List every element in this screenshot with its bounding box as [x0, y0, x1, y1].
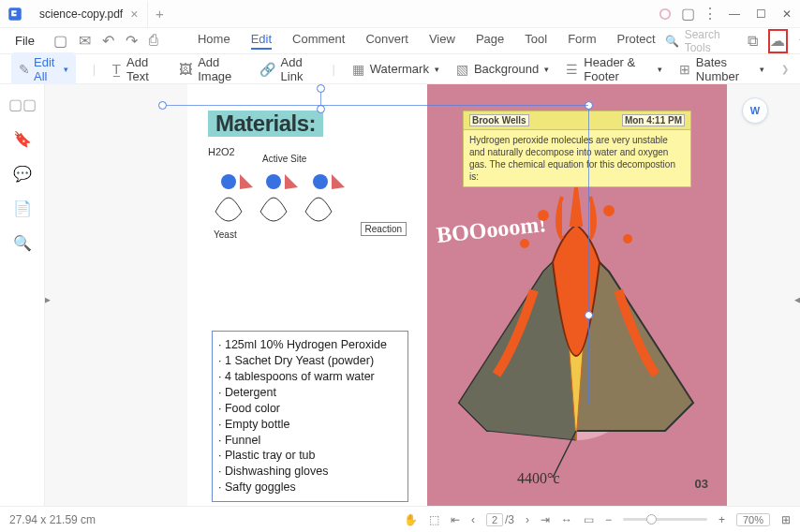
- hand-tool-icon[interactable]: ✋: [404, 513, 418, 526]
- search-placeholder: Search Tools: [685, 28, 733, 54]
- prev-page-icon[interactable]: ‹: [471, 513, 475, 526]
- expand-right-handle[interactable]: ◀: [794, 295, 800, 304]
- ribbon-tab-protect[interactable]: Protect: [616, 32, 655, 50]
- bookmarks-icon[interactable]: 🔖: [13, 130, 32, 148]
- selection-handle[interactable]: [158, 101, 167, 110]
- view-mode-icon[interactable]: ⊞: [781, 513, 791, 526]
- status-bar: 27.94 x 21.59 cm ✋ ⬚ ⇤ ‹ 2 /3 › ⇥ ↔ ▭ − …: [0, 506, 800, 532]
- image-icon: 🖼: [179, 62, 192, 77]
- list-item: Detergent: [218, 385, 402, 401]
- reaction-diagram: Reaction H2O2 Active Site Yeast: [208, 146, 420, 240]
- profile-icon[interactable]: [654, 3, 676, 25]
- zoom-out-icon[interactable]: −: [605, 513, 612, 526]
- svg-marker-3: [240, 174, 253, 189]
- add-text-button[interactable]: T̲Add Text: [112, 55, 162, 83]
- background-icon: ▧: [456, 62, 468, 77]
- ribbon-tab-comment[interactable]: Comment: [292, 32, 345, 50]
- document-canvas[interactable]: ▶ ◀ W Materials:: [45, 84, 800, 506]
- reaction-label: Reaction: [361, 222, 407, 236]
- ribbon-tab-edit[interactable]: Edit: [251, 32, 272, 50]
- search-icon: 🔍: [665, 35, 679, 48]
- search-tools[interactable]: 🔍 Search Tools: [659, 28, 739, 54]
- list-item: Safty goggles: [218, 480, 402, 495]
- ribbon-tab-tool[interactable]: Tool: [525, 32, 547, 50]
- title-bar: science-copy.pdf × + ▢ ⋮ — ☐ ✕: [0, 0, 800, 28]
- watermark-button[interactable]: ▦Watermark▾: [352, 62, 439, 77]
- zoom-thumb[interactable]: [646, 514, 657, 525]
- ribbon-tabs: HomeEditCommentConvertViewPageToolFormPr…: [198, 32, 656, 50]
- svg-point-6: [313, 174, 328, 189]
- materials-list[interactable]: 125ml 10% Hydrogen Peroxide1 Sachet Dry …: [212, 331, 408, 502]
- zoom-in-icon[interactable]: +: [719, 513, 725, 526]
- first-page-icon[interactable]: ⇤: [451, 513, 460, 526]
- selection-handle[interactable]: [317, 84, 325, 93]
- list-item: Dishwashing gloves: [218, 464, 402, 480]
- list-item: Food color: [218, 401, 402, 417]
- ribbon-tab-convert[interactable]: Convert: [365, 32, 408, 50]
- save-icon[interactable]: ▢: [53, 32, 67, 50]
- temperature-label: 4400°c: [517, 470, 560, 487]
- chevron-down-icon: ▾: [544, 65, 549, 74]
- add-image-button[interactable]: 🖼Add Image: [179, 55, 242, 83]
- search-panel-icon[interactable]: 🔍: [13, 234, 32, 252]
- list-item: Plastic tray or tub: [218, 448, 402, 464]
- cloud-upload-button[interactable]: ☁: [768, 29, 789, 53]
- attachments-icon[interactable]: 📄: [13, 200, 32, 217]
- undo-icon[interactable]: ↶: [102, 32, 114, 50]
- selection-handle[interactable]: [317, 105, 325, 113]
- word-export-badge[interactable]: W: [742, 97, 768, 124]
- selection-handle[interactable]: [585, 311, 593, 319]
- collapse-ribbon-icon[interactable]: ^: [793, 30, 800, 52]
- close-button[interactable]: ✕: [774, 1, 800, 27]
- svg-point-9: [540, 212, 547, 219]
- maximize-button[interactable]: ☐: [748, 1, 774, 27]
- active-site-label: Active Site: [262, 154, 306, 164]
- print-icon[interactable]: ⎙: [149, 32, 158, 50]
- thumbnails-icon[interactable]: ▢▢: [8, 96, 37, 113]
- header-footer-button[interactable]: ☰Header & Footer▾: [566, 55, 662, 83]
- zoom-value[interactable]: 70%: [736, 513, 770, 526]
- background-button[interactable]: ▧Background▾: [456, 62, 549, 77]
- mail-icon[interactable]: ✉: [79, 32, 91, 50]
- current-page-input[interactable]: 2: [486, 513, 503, 526]
- zoom-slider[interactable]: [623, 518, 707, 521]
- comment-note[interactable]: Brook Wells Mon 4:11 PM Hydrogen peroxid…: [463, 111, 691, 187]
- h2o2-label: H2O2: [208, 146, 235, 157]
- document-tab[interactable]: science-copy.pdf ×: [30, 1, 148, 27]
- header-footer-icon: ☰: [566, 62, 578, 77]
- list-item: Empty bottle: [218, 417, 402, 433]
- file-menu[interactable]: File: [7, 34, 42, 48]
- list-item: 125ml 10% Hydrogen Peroxide: [218, 337, 402, 353]
- close-tab-icon[interactable]: ×: [130, 7, 138, 22]
- add-tab-button[interactable]: +: [148, 6, 170, 22]
- expand-left-handle[interactable]: ▶: [45, 295, 51, 304]
- last-page-icon[interactable]: ⇥: [541, 513, 550, 526]
- notification-icon[interactable]: ▢: [676, 3, 699, 25]
- list-item: Funnel: [218, 433, 402, 449]
- edit-all-button[interactable]: ✎Edit All▾: [11, 52, 76, 86]
- volcano-illustration: [431, 187, 721, 487]
- select-tool-icon[interactable]: ⬚: [429, 513, 439, 526]
- ribbon-tab-view[interactable]: View: [429, 32, 455, 50]
- next-page-icon[interactable]: ›: [526, 513, 529, 526]
- scroll-right-icon[interactable]: ❯: [781, 64, 789, 74]
- open-external-icon[interactable]: ⧉: [744, 30, 762, 52]
- chevron-down-icon: ▾: [658, 65, 662, 74]
- more-icon[interactable]: ⋮: [699, 3, 721, 25]
- ribbon-tab-page[interactable]: Page: [476, 32, 504, 50]
- comments-icon[interactable]: 💬: [13, 165, 32, 183]
- chevron-down-icon: ▾: [760, 65, 764, 74]
- page-number: 03: [695, 477, 708, 491]
- chevron-down-icon: ▾: [64, 65, 68, 74]
- page-indicator[interactable]: 2 /3: [486, 513, 514, 526]
- edit-toolbar: ✎Edit All▾ | T̲Add Text 🖼Add Image 🔗Add …: [0, 54, 800, 84]
- minimize-button[interactable]: —: [721, 1, 748, 27]
- add-link-button[interactable]: 🔗Add Link: [259, 55, 316, 83]
- ribbon-tab-home[interactable]: Home: [198, 32, 230, 50]
- edit-icon: ✎: [19, 62, 30, 77]
- fit-width-icon[interactable]: ↔: [561, 513, 572, 526]
- redo-icon[interactable]: ↷: [126, 32, 138, 50]
- fit-page-icon[interactable]: ▭: [584, 513, 594, 526]
- bates-number-button[interactable]: ⊞Bates Number▾: [679, 55, 764, 83]
- ribbon-tab-form[interactable]: Form: [568, 32, 596, 50]
